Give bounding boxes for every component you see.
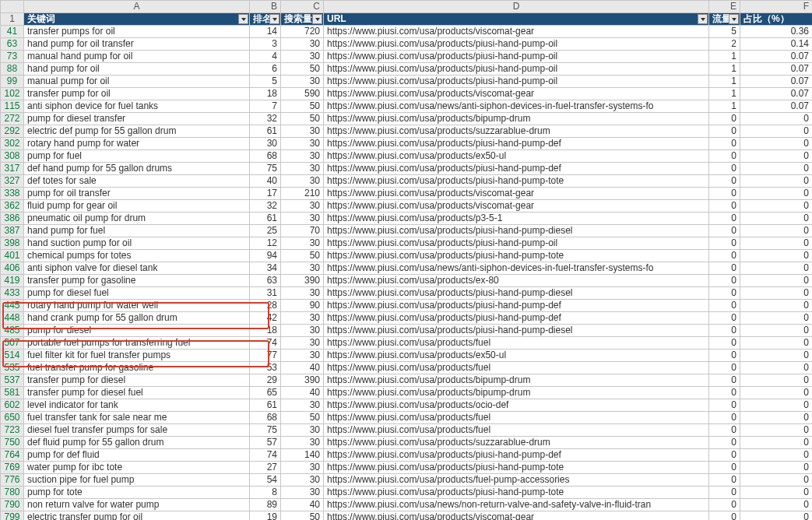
row-number[interactable]: 448 — [4, 312, 19, 323]
filter-button-E[interactable] — [729, 14, 739, 24]
cell-keyword[interactable]: fuel filter kit for fuel transfer pumps — [24, 350, 250, 362]
cell-url[interactable]: https://www.piusi.com/usa/products/piusi… — [324, 163, 709, 175]
table-row[interactable]: 448hand crank pump for 55 gallon drum423… — [1, 312, 813, 325]
cell-keyword[interactable]: electric def pump for 55 gallon drum — [24, 125, 250, 138]
cell-searchvol[interactable]: 30 — [281, 462, 324, 474]
cell-searchvol[interactable]: 30 — [281, 325, 324, 337]
table-row[interactable]: 776suction pipe for fuel pump5430https:/… — [1, 474, 813, 487]
cell-percent[interactable]: 0 — [740, 387, 813, 399]
cell-url[interactable]: https://www.piusi.com/usa/products/fuel-… — [324, 474, 709, 487]
cell-traffic[interactable]: 0 — [709, 175, 740, 188]
cell-url[interactable]: https://www.piusi.com/usa/products/bipum… — [324, 113, 709, 125]
cell-url[interactable]: https://www.piusi.com/usa/products/ex50-… — [324, 150, 709, 163]
cell-percent[interactable]: 0 — [740, 150, 813, 163]
cell-url[interactable]: https://www.piusi.com/usa/products/bipum… — [324, 387, 709, 399]
cell-rank[interactable]: 6 — [250, 63, 281, 76]
cell-keyword[interactable]: pump for fuel — [24, 150, 250, 163]
cell-searchvol[interactable]: 30 — [281, 350, 324, 362]
cell-url[interactable]: https://www.piusi.com/usa/products/piusi… — [324, 287, 709, 300]
cell-traffic[interactable]: 1 — [709, 63, 740, 76]
cell-url[interactable]: https://www.piusi.com/usa/products/piusi… — [324, 300, 709, 312]
cell-rank[interactable]: 32 — [250, 200, 281, 213]
table-row[interactable]: 73manual hand pump for oil430https://www… — [1, 51, 813, 63]
cell-rank[interactable]: 75 — [250, 424, 281, 437]
cell-traffic[interactable]: 0 — [709, 312, 740, 325]
cell-percent[interactable]: 0 — [740, 300, 813, 312]
cell-traffic[interactable]: 2 — [709, 38, 740, 51]
table-row[interactable]: 362fluid pump for gear oil3230https://ww… — [1, 200, 813, 213]
cell-rank[interactable]: 75 — [250, 163, 281, 175]
row-number[interactable]: 769 — [4, 462, 19, 473]
table-row[interactable]: 780pump for tote830https://www.piusi.com… — [1, 487, 813, 499]
table-row[interactable]: 302rotary hand pump for water3030https:/… — [1, 138, 813, 150]
cell-percent[interactable]: 0.07 — [740, 51, 813, 63]
cell-searchvol[interactable]: 140 — [281, 449, 324, 462]
cell-traffic[interactable]: 0 — [709, 462, 740, 474]
cell-keyword[interactable]: hand pump for fuel — [24, 225, 250, 237]
cell-percent[interactable]: 0 — [740, 250, 813, 262]
row-number[interactable]: 387 — [4, 225, 19, 236]
row-number[interactable]: 535 — [4, 362, 19, 373]
row-number[interactable]: 790 — [4, 499, 19, 510]
col-head-D[interactable]: D — [324, 1, 709, 13]
cell-rank[interactable]: 25 — [250, 225, 281, 237]
cell-searchvol[interactable]: 390 — [281, 374, 324, 387]
cell-url[interactable]: https://www.piusi.com/usa/products/bipum… — [324, 374, 709, 387]
cell-rank[interactable]: 54 — [250, 474, 281, 487]
cell-percent[interactable]: 0 — [740, 275, 813, 287]
cell-keyword[interactable]: transfer pump for diesel fuel — [24, 387, 250, 399]
cell-percent[interactable]: 0.07 — [740, 88, 813, 100]
cell-rank[interactable]: 74 — [250, 449, 281, 462]
cell-rank[interactable]: 94 — [250, 250, 281, 262]
col-head-C[interactable]: C — [281, 1, 324, 13]
table-row[interactable]: 764pump for def fluid74140https://www.pi… — [1, 449, 813, 462]
cell-traffic[interactable]: 0 — [709, 487, 740, 499]
table-row[interactable]: 308pump for fuel6830https://www.piusi.co… — [1, 150, 813, 163]
cell-keyword[interactable]: rotary hand pump for water — [24, 138, 250, 150]
cell-searchvol[interactable]: 30 — [281, 38, 324, 51]
cell-keyword[interactable]: pump for tote — [24, 487, 250, 499]
row-head-1[interactable]: 1 — [1, 13, 24, 26]
select-all-cell[interactable] — [1, 1, 24, 13]
cell-rank[interactable]: 3 — [250, 38, 281, 51]
sheet-table[interactable]: A B C D E F 1 关键词 排名 搜索量 URL — [0, 0, 812, 520]
cell-url[interactable]: https://www.piusi.com/usa/products/ocio-… — [324, 399, 709, 412]
cell-keyword[interactable]: hand crank pump for 55 gallon drum — [24, 312, 250, 325]
cell-rank[interactable]: 12 — [250, 237, 281, 250]
cell-traffic[interactable]: 0 — [709, 275, 740, 287]
cell-percent[interactable]: 0 — [740, 125, 813, 138]
cell-keyword[interactable]: manual pump for oil — [24, 76, 250, 88]
cell-url[interactable]: https://www.piusi.com/usa/products/p3-5-… — [324, 213, 709, 225]
cell-rank[interactable]: 18 — [250, 325, 281, 337]
cell-url[interactable]: https://www.piusi.com/usa/products/visco… — [324, 200, 709, 213]
row-number[interactable]: 537 — [4, 374, 19, 385]
cell-keyword[interactable]: transfer pumps for oil — [24, 26, 250, 38]
cell-searchvol[interactable]: 50 — [281, 250, 324, 262]
cell-searchvol[interactable]: 30 — [281, 150, 324, 163]
cell-rank[interactable]: 77 — [250, 350, 281, 362]
table-row[interactable]: 386pneumatic oil pump for drum6130https:… — [1, 213, 813, 225]
cell-rank[interactable]: 17 — [250, 188, 281, 200]
cell-percent[interactable]: 0.07 — [740, 100, 813, 113]
table-row[interactable]: 401chemical pumps for totes9450https://w… — [1, 250, 813, 262]
table-row[interactable]: 88hand pump for oil650https://www.piusi.… — [1, 63, 813, 76]
table-row[interactable]: 650fuel transfer tank for sale near me68… — [1, 412, 813, 424]
filter-button-A[interactable] — [238, 14, 248, 24]
cell-searchvol[interactable]: 30 — [281, 487, 324, 499]
row-number[interactable]: 308 — [4, 150, 19, 161]
cell-url[interactable]: https://www.piusi.com/usa/products/piusi… — [324, 51, 709, 63]
cell-traffic[interactable]: 0 — [709, 200, 740, 213]
row-number[interactable]: 386 — [4, 213, 19, 223]
cell-traffic[interactable]: 0 — [709, 424, 740, 437]
cell-url[interactable]: https://www.piusi.com/usa/products/visco… — [324, 88, 709, 100]
table-row[interactable]: 723diesel fuel transfer pumps for sale75… — [1, 424, 813, 437]
row-number[interactable]: 650 — [4, 412, 19, 423]
row-number[interactable]: 398 — [4, 237, 19, 248]
table-row[interactable]: 790non return valve for water pump8940ht… — [1, 499, 813, 511]
col-head-B[interactable]: B — [250, 1, 281, 13]
table-row[interactable]: 102transfer pump for oil18590https://www… — [1, 88, 813, 100]
cell-percent[interactable]: 0.36 — [740, 26, 813, 38]
cell-traffic[interactable]: 0 — [709, 325, 740, 337]
cell-traffic[interactable]: 1 — [709, 88, 740, 100]
cell-traffic[interactable]: 0 — [709, 399, 740, 412]
